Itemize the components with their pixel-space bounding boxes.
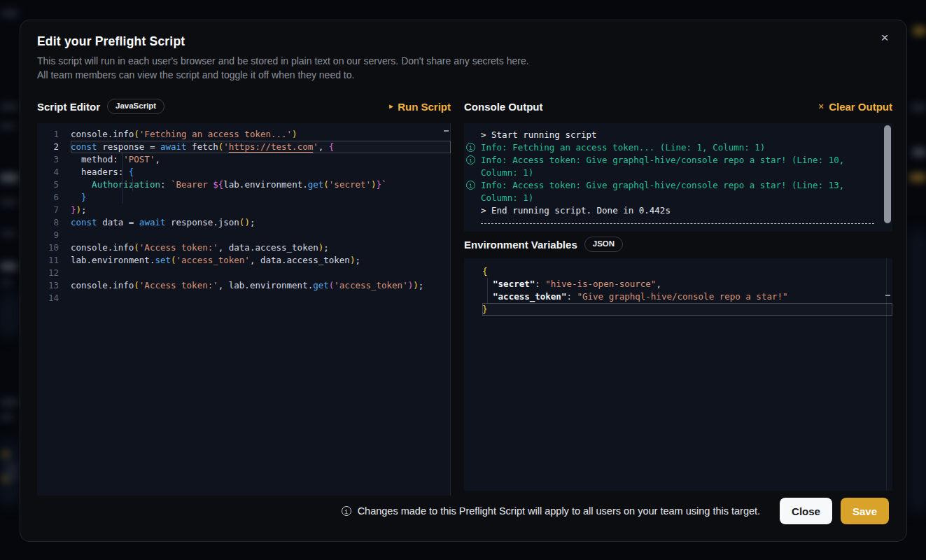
info-icon: i bbox=[342, 506, 351, 516]
json-badge: JSON bbox=[584, 237, 623, 252]
close-button[interactable]: Close bbox=[780, 498, 832, 524]
script-editor-heading: Script Editor bbox=[37, 101, 100, 113]
modal-title: Edit your Preflight Script bbox=[37, 34, 185, 49]
description-line-1: This script will run in each user's brow… bbox=[37, 54, 529, 68]
code-line: "access_token": "Give graphql-hive/conso… bbox=[464, 290, 892, 303]
indent-guide bbox=[487, 278, 488, 303]
close-icon[interactable]: × bbox=[877, 30, 892, 46]
scrollbar-thumb[interactable] bbox=[884, 125, 891, 223]
clear-icon: × bbox=[818, 102, 824, 111]
code-line: 2const response = await fetch('https://t… bbox=[37, 141, 451, 153]
line-number: 8 bbox=[37, 216, 71, 229]
code-line: 11lab.environment.set('access_token', da… bbox=[37, 254, 451, 267]
console-entry: > End running script. Done in 0.442s bbox=[464, 204, 892, 217]
clear-output-button[interactable]: × Clear Output bbox=[818, 101, 892, 113]
code-line: 12 bbox=[37, 267, 451, 279]
environment-variables-lines: { "secret": "hive-is-open-source", "acce… bbox=[464, 265, 892, 316]
code-line: 5 Authorization: `Bearer ${lab.environme… bbox=[37, 178, 451, 191]
console-entry: iInfo: Fetching an access token... (Line… bbox=[464, 141, 892, 154]
save-button[interactable]: Save bbox=[841, 498, 889, 524]
modal-description: This script will run in each user's brow… bbox=[37, 54, 529, 82]
environment-variables-editor[interactable]: { "secret": "hive-is-open-source", "acce… bbox=[464, 258, 892, 491]
environment-variables-heading: Environment Variables bbox=[464, 239, 577, 251]
line-number: 6 bbox=[37, 191, 71, 204]
info-icon: i bbox=[466, 181, 475, 190]
code-line: 10console.info('Access token:', data.acc… bbox=[37, 241, 451, 254]
line-number: 11 bbox=[37, 254, 71, 267]
script-editor[interactable]: 1console.info('Fetching an access token.… bbox=[37, 123, 451, 496]
code-line: 1console.info('Fetching an access token.… bbox=[37, 128, 451, 141]
run-script-label: Run Script bbox=[398, 101, 451, 113]
code-line: 7}); bbox=[37, 204, 451, 216]
code-line: 14 bbox=[37, 292, 451, 304]
line-number: 9 bbox=[37, 229, 71, 241]
code-line: 8const data = await response.json(); bbox=[37, 216, 451, 229]
footer-note-text: Changes made to this Preflight Script wi… bbox=[358, 505, 760, 517]
script-editor-lines: 1console.info('Fetching an access token.… bbox=[37, 128, 451, 304]
code-line: "secret": "hive-is-open-source", bbox=[464, 278, 892, 290]
overview-ruler-mark bbox=[444, 130, 449, 132]
line-number: 12 bbox=[37, 267, 71, 279]
line-number: 4 bbox=[37, 166, 71, 178]
line-number: 7 bbox=[37, 204, 71, 216]
scrollbar-track bbox=[886, 258, 887, 491]
description-line-2: All team members can view the script and… bbox=[37, 68, 529, 82]
line-number: 1 bbox=[37, 128, 71, 141]
console-entry: iInfo: Access token: Give graphql-hive/c… bbox=[464, 154, 892, 179]
language-badge: JavaScript bbox=[107, 99, 164, 114]
code-line: 13console.info('Access token:', lab.envi… bbox=[37, 279, 451, 292]
indent-guide bbox=[122, 153, 122, 204]
code-line: 9 bbox=[37, 229, 451, 241]
info-icon: i bbox=[466, 143, 475, 152]
code-line: 3 method: 'POST', bbox=[37, 153, 451, 166]
indent-guide bbox=[132, 178, 133, 191]
line-number: 2 bbox=[37, 141, 71, 153]
console-output[interactable]: > Start running scriptiInfo: Fetching an… bbox=[464, 123, 892, 232]
line-number: 5 bbox=[37, 178, 71, 191]
code-line: { bbox=[464, 265, 892, 278]
line-number: 3 bbox=[37, 153, 71, 166]
line-number: 14 bbox=[37, 292, 71, 304]
preflight-script-modal: × Edit your Preflight Script This script… bbox=[20, 20, 907, 542]
scrollbar-track bbox=[450, 123, 451, 496]
clear-output-label: Clear Output bbox=[829, 101, 892, 113]
console-entry: iInfo: Access token: Give graphql-hive/c… bbox=[464, 179, 892, 204]
footer-note: i Changes made to this Preflight Script … bbox=[342, 505, 760, 517]
info-icon: i bbox=[466, 155, 475, 164]
line-number: 13 bbox=[37, 279, 71, 292]
console-entry: > Start running script bbox=[464, 129, 892, 141]
console-entries: > Start running scriptiInfo: Fetching an… bbox=[464, 129, 892, 224]
run-script-button[interactable]: ▸ Run Script bbox=[389, 101, 451, 113]
code-line: } bbox=[464, 303, 892, 316]
code-line: 6 } bbox=[37, 191, 451, 204]
code-line: 4 headers: { bbox=[37, 166, 451, 178]
console-separator bbox=[481, 223, 874, 224]
line-number: 10 bbox=[37, 241, 71, 254]
console-output-heading: Console Output bbox=[464, 101, 543, 113]
play-icon: ▸ bbox=[389, 103, 393, 110]
